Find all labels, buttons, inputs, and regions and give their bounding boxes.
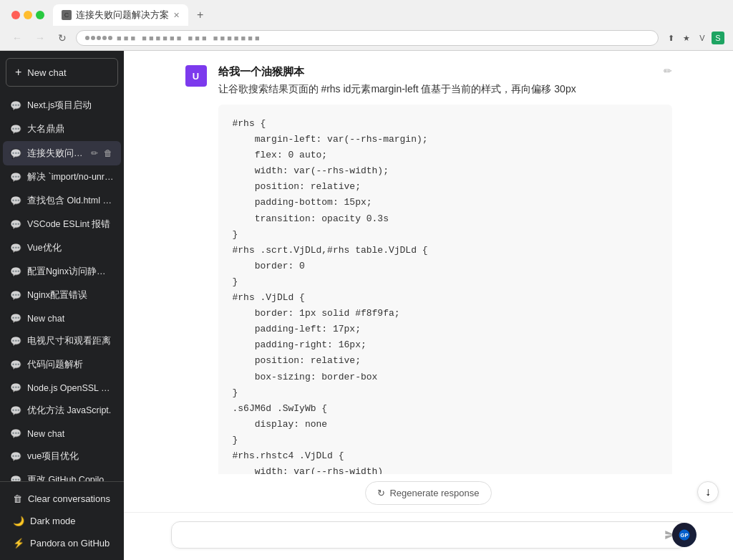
edit-message-icon[interactable]: ✏ [664, 65, 672, 77]
sidebar-item-10[interactable]: 💬 New chat [3, 307, 121, 329]
dark-mode-label: Dark mode [30, 516, 76, 526]
scroll-down-icon: ↓ [705, 486, 711, 498]
chat-icon-13: 💬 [10, 382, 21, 393]
sidebar-item-label-2: 大名鼎鼎 [27, 123, 114, 135]
browser-tab-active[interactable]: C 连接失败问题解决方案 ✕ [53, 4, 188, 26]
clear-icon: 🗑 [13, 493, 22, 504]
address-bar: ← → ↻ ■ ■ ■ ■ ■ ■ ■ ■ ■ ■ ■ ■ ■ ■ ■ ■ ■ … [0, 26, 733, 50]
sidebar-item-label-8: 配置Nginx访问静态资源 [27, 266, 114, 278]
chat-icon-17: 💬 [10, 475, 21, 481]
pandora-github-button[interactable]: ⚡ Pandora on GitHub [6, 532, 118, 554]
sidebar-item-label-7: Vue优化 [27, 242, 114, 254]
chat-icon-3: 💬 [10, 148, 21, 159]
sidebar-item-5[interactable]: 💬 查找包含 Old.html 的 HTML [3, 189, 121, 213]
sidebar-item-4[interactable]: 💬 解决 `import/no-unresolved` [3, 165, 121, 189]
sidebar-item-9[interactable]: 💬 Nginx配置错误 [3, 284, 121, 307]
sidebar-item-6[interactable]: 💬 VSCode ESLint 报错 [3, 213, 121, 236]
sidebar-item-1[interactable]: 💬 Next.js项目启动 [3, 94, 121, 117]
back-button[interactable]: ← [9, 30, 26, 46]
sidebar-footer: 🗑 Clear conversations 🌙 Dark mode ⚡ Pand… [0, 481, 124, 560]
forward-button[interactable]: → [31, 30, 49, 46]
scroll-down-button[interactable]: ↓ [697, 481, 719, 503]
url-security-indicator [85, 36, 112, 40]
sidebar-item-2[interactable]: 💬 大名鼎鼎 [3, 117, 121, 141]
new-tab-button[interactable]: + [191, 6, 209, 24]
sidebar-item-15[interactable]: 💬 New chat [3, 423, 121, 445]
sidebar-item-label-3: 连接失败问题解决方案 [27, 148, 84, 160]
sidebar-item-13[interactable]: 💬 Node.js OpenSSL Error [3, 377, 121, 399]
reload-button[interactable]: ↻ [54, 30, 70, 46]
input-area: GP [124, 512, 733, 560]
sidebar-item-label-16: vue项目优化 [27, 450, 114, 463]
tab-title: 连接失败问题解决方案 [76, 9, 169, 21]
new-chat-label: New chat [27, 67, 66, 78]
chat-icon-10: 💬 [10, 313, 21, 324]
delete-chat-button[interactable]: 🗑 [102, 147, 114, 160]
sidebar-item-14[interactable]: 💬 优化方法 JavaScript. [3, 399, 121, 423]
url-text: ■ ■ ■ ■ ■ ■ ■ ■ ■ ■ ■ ■ ■ ■ ■ ■ ■ ■ ■ [117, 34, 649, 42]
regenerate-icon: ↻ [377, 488, 385, 498]
sidebar-item-label-12: 代码问题解析 [27, 359, 114, 371]
input-wrapper: GP [171, 521, 686, 549]
chat-icon-2: 💬 [10, 124, 21, 135]
chat-icon-16: 💬 [10, 451, 21, 462]
clear-conversations-button[interactable]: 🗑 Clear conversations [6, 488, 118, 510]
url-bar[interactable]: ■ ■ ■ ■ ■ ■ ■ ■ ■ ■ ■ ■ ■ ■ ■ ■ ■ ■ ■ [76, 30, 659, 46]
chat-icon-1: 💬 [10, 100, 21, 111]
sidebar-item-11[interactable]: 💬 电视尺寸和观看距离 [3, 329, 121, 353]
dark-mode-button[interactable]: 🌙 Dark mode [6, 510, 118, 532]
sidebar-item-label-14: 优化方法 JavaScript. [27, 405, 114, 417]
clear-conversations-label: Clear conversations [28, 493, 110, 504]
sidebar-item-label-6: VSCode ESLint 报错 [27, 218, 114, 231]
chat-icon-6: 💬 [10, 219, 21, 230]
sidebar-item-17[interactable]: 💬 更改 GitHub Copilot 账号 [3, 468, 121, 481]
pandora-label: Pandora on GitHub [30, 538, 110, 549]
s-icon[interactable]: S [712, 32, 724, 44]
sidebar-item-label-4: 解决 `import/no-unresolved` [27, 171, 114, 183]
regenerate-bar: ↻ Regenerate response [124, 474, 733, 512]
sidebar-item-label-5: 查找包含 Old.html 的 HTML [27, 195, 114, 207]
chat-icon-7: 💬 [10, 243, 21, 254]
user-message-row: U 给我一个油猴脚本 ✏ 让谷歌搜索结果页面的 #rhs id元素margin-… [185, 65, 672, 474]
chat-input[interactable] [182, 529, 659, 541]
sidebar-item-label-11: 电视尺寸和观看距离 [27, 335, 114, 347]
sidebar-item-label-10: New chat [27, 314, 114, 324]
chat-icon-8: 💬 [10, 266, 21, 277]
share-icon[interactable]: ⬆ [664, 32, 677, 44]
sidebar: + New chat 💬 Next.js项目启动 💬 大名鼎鼎 💬 连接失败问题… [0, 51, 124, 560]
sidebar-item-16[interactable]: 💬 vue项目优化 [3, 445, 121, 468]
sidebar-item-12[interactable]: 💬 代码问题解析 [3, 353, 121, 377]
sidebar-item-7[interactable]: 💬 Vue优化 [3, 236, 121, 260]
browser-chrome: C 连接失败问题解决方案 ✕ + ← → ↻ ■ ■ ■ ■ ■ ■ ■ ■ ■… [0, 0, 733, 51]
main-content: U 给我一个油猴脚本 ✏ 让谷歌搜索结果页面的 #rhs id元素margin-… [124, 51, 733, 560]
sidebar-item-3[interactable]: 💬 连接失败问题解决方案 ✏ 🗑 [3, 141, 121, 165]
tab-bar: C 连接失败问题解决方案 ✕ + [0, 0, 733, 26]
chat-icon-12: 💬 [10, 359, 21, 370]
chat-icon-5: 💬 [10, 195, 21, 206]
regenerate-button[interactable]: ↻ Regenerate response [365, 481, 491, 505]
sidebar-item-8[interactable]: 💬 配置Nginx访问静态资源 [3, 260, 121, 284]
user-avatar: U [185, 65, 207, 87]
tab-close-button[interactable]: ✕ [173, 11, 180, 20]
traffic-lights [6, 11, 50, 19]
plus-icon: + [15, 66, 21, 79]
svg-text:GP: GP [680, 532, 688, 539]
traffic-light-yellow[interactable] [24, 11, 32, 19]
new-chat-button[interactable]: + New chat [6, 58, 118, 87]
message-header: 给我一个油猴脚本 ✏ [218, 65, 672, 79]
message-title: 给我一个油猴脚本 [218, 65, 304, 79]
traffic-light-red[interactable] [11, 11, 20, 19]
extensions-icon[interactable]: V [696, 32, 709, 44]
github-icon: ⚡ [13, 538, 24, 549]
edit-chat-button[interactable]: ✏ [89, 147, 99, 160]
chat-icon-15: 💬 [10, 428, 21, 439]
browser-toolbar-icons: ⬆ ★ V S [664, 32, 724, 44]
sidebar-item-label-9: Nginx配置错误 [27, 289, 114, 301]
traffic-light-green[interactable] [36, 11, 44, 19]
copilot-badge: GP [672, 523, 696, 547]
chat-icon-11: 💬 [10, 336, 21, 347]
message-content: 给我一个油猴脚本 ✏ 让谷歌搜索结果页面的 #rhs id元素margin-le… [218, 65, 672, 474]
sidebar-item-label-17: 更改 GitHub Copilot 账号 [27, 474, 114, 481]
sidebar-item-label-1: Next.js项目启动 [27, 100, 114, 112]
bookmark-icon[interactable]: ★ [680, 32, 693, 44]
